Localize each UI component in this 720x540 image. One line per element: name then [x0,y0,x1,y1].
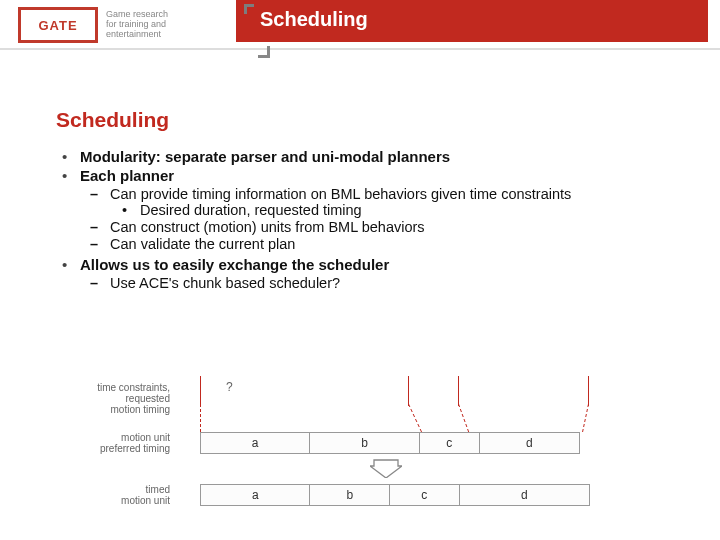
tick-icon [458,376,459,406]
segment: c [420,433,480,453]
sub-bullet: Can validate the current plan [110,236,696,252]
tick-icon [408,376,409,406]
sub-bullet: Can provide timing information on BML be… [110,186,696,218]
sub-bullet: Use ACE's chunk based scheduler? [110,275,696,291]
dash-line [200,404,201,432]
section-title: Scheduling [56,108,696,132]
corner-bracket-icon [244,4,254,14]
segment: b [310,433,419,453]
timeline-bottom: a b c d [200,484,590,506]
question-mark-icon: ? [226,380,233,394]
dash-line [408,404,422,432]
segment: d [460,485,589,505]
segment: a [201,485,310,505]
dash-line [458,404,469,432]
banner-title: Scheduling [260,8,368,31]
content-body: Scheduling Modularity: separate parser a… [56,108,696,295]
logo-block: GATE Game research for training and ente… [18,6,218,44]
slide-header: GATE Game research for training and ente… [0,0,720,50]
title-banner: Scheduling [236,0,708,42]
segment: c [390,485,460,505]
arrow-down-icon [370,458,402,478]
segment: a [201,433,310,453]
segment: d [480,433,579,453]
diagram-label: time constraints, requested motion timin… [90,382,170,415]
logo-tagline: Game research for training and entertain… [106,10,168,40]
dash-line [582,404,589,432]
bullet: Modularity: separate parser and uni-moda… [80,148,696,165]
bullet: Each planner Can provide timing informat… [80,167,696,252]
gate-logo: GATE [18,7,98,43]
tick-icon [588,376,589,406]
corner-bracket-icon [258,46,276,64]
subsub-bullet: Desired duration, requested timing [140,202,696,218]
timing-diagram: time constraints, requested motion timin… [90,372,630,532]
header-underline [0,48,720,50]
segment: b [310,485,390,505]
timeline-top: a b c d [200,432,580,454]
tick-icon [200,376,201,406]
sub-bullet: Can construct (motion) units from BML be… [110,219,696,235]
diagram-label: timed motion unit [90,484,170,506]
bullet: Allows us to easily exchange the schedul… [80,256,696,291]
diagram-label: motion unit preferred timing [90,432,170,454]
